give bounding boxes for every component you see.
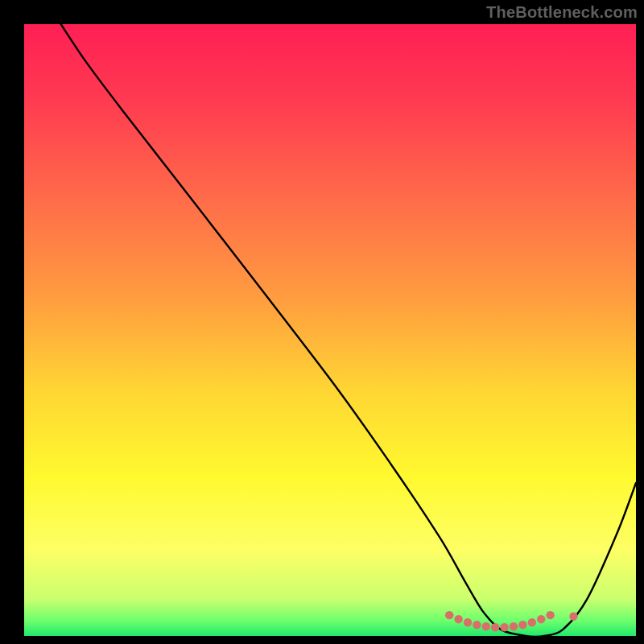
- highlight-dot: [546, 611, 554, 619]
- highlight-dot: [518, 621, 526, 629]
- highlight-dot: [537, 615, 545, 623]
- highlight-dot: [528, 618, 536, 626]
- highlight-dot: [500, 623, 508, 631]
- highlight-dot: [569, 612, 577, 620]
- highlight-dot: [473, 621, 481, 629]
- highlight-dot: [482, 622, 490, 630]
- watermark-text: TheBottleneck.com: [486, 3, 638, 22]
- highlight-dot: [510, 622, 518, 630]
- bottleneck-chart: TheBottleneck.com: [0, 0, 644, 644]
- highlight-dot: [454, 615, 462, 623]
- plot-background: [24, 24, 636, 636]
- highlight-dot: [491, 623, 499, 631]
- highlight-dot: [464, 618, 472, 626]
- highlight-dot: [445, 611, 453, 619]
- plot-svg: [0, 0, 644, 644]
